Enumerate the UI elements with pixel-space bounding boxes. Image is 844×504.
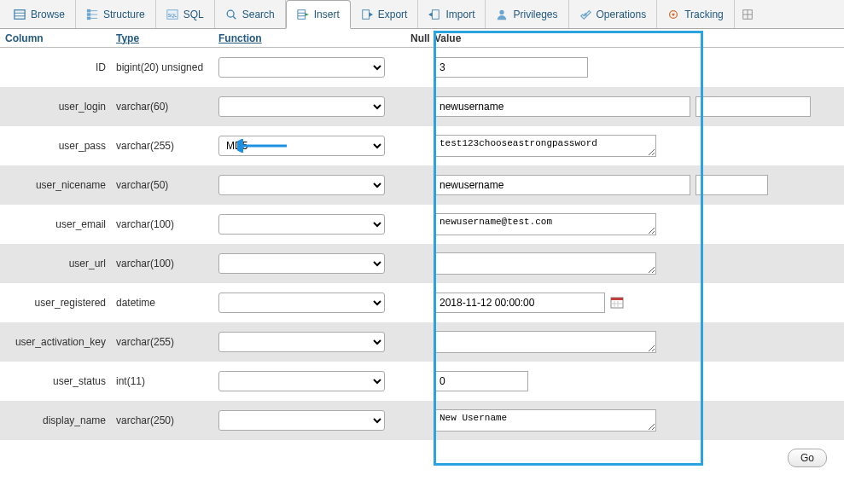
- column-value-cell: [429, 96, 844, 117]
- column-name: user_pass: [0, 140, 111, 152]
- value-input-extra[interactable]: [696, 175, 768, 195]
- tab-label: Search: [242, 9, 275, 20]
- column-type: varchar(100): [111, 258, 213, 269]
- column-function-cell: [213, 96, 405, 117]
- svg-rect-5: [87, 16, 90, 20]
- column-name: user_activation_key: [0, 336, 111, 348]
- column-value-cell: [429, 331, 844, 353]
- column-type: int(11): [111, 375, 213, 387]
- svg-point-24: [672, 13, 675, 15]
- svg-marker-18: [369, 12, 372, 16]
- column-value-cell: [429, 175, 844, 195]
- tab-import[interactable]: Import: [418, 0, 486, 28]
- function-select[interactable]: [218, 410, 385, 431]
- function-select[interactable]: [218, 175, 385, 195]
- calendar-icon[interactable]: [610, 296, 624, 310]
- column-name: user_login: [0, 101, 111, 113]
- column-function-cell: [213, 332, 405, 352]
- header-function[interactable]: Function: [213, 32, 405, 44]
- svg-marker-16: [305, 13, 308, 16]
- column-type: varchar(60): [111, 101, 213, 113]
- tab-insert[interactable]: Insert: [286, 0, 351, 29]
- tab-label: Import: [445, 9, 474, 20]
- tab-search[interactable]: Search: [215, 0, 286, 28]
- table-row: user_loginvarchar(60): [0, 87, 844, 126]
- column-type: datetime: [111, 297, 213, 309]
- tab-label: Insert: [314, 9, 340, 20]
- tab-sql[interactable]: SQL SQL: [156, 0, 215, 28]
- function-select[interactable]: [218, 96, 385, 117]
- tab-label: Privileges: [513, 9, 557, 20]
- tab-structure[interactable]: Structure: [76, 0, 156, 28]
- function-select[interactable]: [218, 332, 385, 352]
- tab-more[interactable]: [735, 0, 760, 28]
- svg-rect-13: [298, 9, 306, 19]
- column-function-cell: MD5: [213, 136, 405, 156]
- privileges-icon: [496, 9, 508, 20]
- tab-privileges[interactable]: Privileges: [486, 0, 568, 28]
- tab-tracking[interactable]: Tracking: [657, 0, 735, 28]
- column-type: bigint(20) unsigned: [111, 61, 213, 73]
- column-function-cell: [213, 175, 405, 195]
- svg-line-12: [233, 16, 236, 19]
- table-row: IDbigint(20) unsigned: [0, 48, 844, 87]
- function-select[interactable]: [218, 293, 385, 313]
- column-function-cell: [213, 57, 405, 78]
- value-input[interactable]: [434, 293, 605, 313]
- value-input[interactable]: [434, 409, 656, 432]
- import-icon: [428, 9, 440, 20]
- export-icon: [361, 9, 373, 20]
- triggers-icon: [742, 9, 754, 20]
- value-input[interactable]: [434, 252, 656, 275]
- column-function-cell: [213, 410, 405, 431]
- tab-browse[interactable]: Browse: [3, 0, 76, 28]
- column-name: user_email: [0, 218, 111, 230]
- value-input[interactable]: [434, 175, 690, 195]
- table-row: user_urlvarchar(100): [0, 244, 844, 283]
- header-null: Null: [405, 32, 429, 44]
- column-value-cell: [429, 57, 844, 78]
- structure-icon: [86, 9, 98, 20]
- tab-label: Structure: [103, 9, 145, 20]
- function-select[interactable]: [218, 253, 385, 274]
- value-input[interactable]: [434, 213, 656, 235]
- column-function-cell: [213, 371, 405, 391]
- column-function-cell: [213, 293, 405, 313]
- function-select[interactable]: [218, 214, 385, 235]
- table-row: display_namevarchar(250): [0, 401, 844, 440]
- go-button[interactable]: Go: [788, 449, 827, 467]
- header-type[interactable]: Type: [111, 32, 213, 44]
- sql-icon: SQL: [166, 9, 178, 20]
- column-value-cell: [429, 409, 844, 432]
- value-input[interactable]: [434, 57, 588, 78]
- value-input[interactable]: [434, 331, 656, 353]
- tab-operations[interactable]: Operations: [569, 0, 658, 28]
- value-input[interactable]: [434, 371, 528, 391]
- svg-point-11: [227, 10, 234, 17]
- column-function-cell: [213, 253, 405, 274]
- svg-point-22: [584, 13, 587, 16]
- value-input-extra[interactable]: [696, 96, 811, 117]
- column-name: ID: [0, 61, 111, 73]
- column-name: user_registered: [0, 297, 111, 309]
- function-select[interactable]: [218, 371, 385, 391]
- function-select[interactable]: [218, 57, 385, 78]
- column-value-cell: [429, 135, 844, 157]
- table-row: user_statusint(11): [0, 362, 844, 401]
- table-row: user_emailvarchar(100): [0, 205, 844, 244]
- tracking-icon: [667, 9, 679, 20]
- column-value-cell: [429, 252, 844, 275]
- tab-export[interactable]: Export: [351, 0, 419, 28]
- svg-marker-20: [428, 12, 432, 16]
- svg-text:SQL: SQL: [167, 12, 177, 17]
- function-select[interactable]: MD5: [218, 136, 385, 156]
- svg-rect-29: [611, 298, 623, 300]
- value-input[interactable]: [434, 135, 656, 157]
- insert-icon: [297, 9, 309, 20]
- svg-rect-17: [363, 9, 370, 19]
- table-row: user_passvarchar(255)MD5: [0, 126, 844, 165]
- value-input[interactable]: [434, 96, 690, 117]
- svg-point-21: [500, 9, 504, 14]
- tab-label: Export: [378, 9, 408, 20]
- operations-icon: [579, 9, 591, 20]
